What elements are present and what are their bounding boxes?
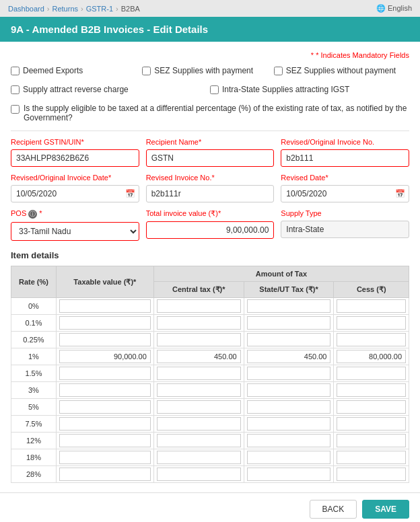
cess-input[interactable] (337, 299, 406, 313)
cess-input[interactable] (337, 468, 406, 481)
state-tax-cell (244, 365, 334, 382)
central-tax-input[interactable] (157, 367, 241, 380)
cess-input[interactable] (337, 316, 406, 330)
central-tax-input[interactable] (157, 316, 241, 330)
taxable-input[interactable] (59, 333, 151, 346)
taxable-input[interactable] (59, 350, 151, 363)
revised-date-input[interactable] (281, 185, 409, 202)
recipient-name-input[interactable] (146, 149, 275, 167)
taxable-value-cell (56, 315, 153, 332)
rate-cell: 1.5% (11, 365, 57, 382)
pos-select[interactable]: 33-Tamil Nadu (11, 222, 139, 241)
state-tax-input[interactable] (247, 333, 331, 346)
state-tax-input[interactable] (247, 400, 331, 414)
cess-cell (334, 348, 409, 365)
cess-input[interactable] (337, 451, 406, 464)
form-row2: Revised/Original Invoice Date* 📅 Revised… (11, 174, 409, 202)
sez-with-payment-checkbox[interactable] (142, 67, 151, 75)
taxable-value-cell (56, 449, 153, 466)
taxable-input[interactable] (59, 316, 151, 330)
calendar-icon2[interactable]: 📅 (395, 189, 405, 198)
checkboxes-row2: Supply attract reverse charge Intra-Stat… (11, 85, 409, 100)
state-tax-cell (244, 315, 334, 332)
breadcrumb-dashboard[interactable]: Dashboard (8, 5, 44, 13)
state-tax-cell (244, 449, 334, 466)
central-tax-input[interactable] (157, 417, 241, 431)
breadcrumb-gstr1[interactable]: GSTR-1 (86, 5, 113, 13)
cess-input[interactable] (337, 400, 406, 414)
cess-cell (334, 399, 409, 416)
state-tax-cell (244, 466, 334, 483)
central-tax-input[interactable] (157, 383, 241, 397)
pos-field: POS ⓘ * 33-Tamil Nadu (11, 209, 139, 241)
state-tax-input[interactable] (247, 383, 331, 397)
calendar-icon[interactable]: 📅 (125, 189, 135, 198)
total-invoice-field: Total invoice value (₹)* (146, 209, 275, 241)
cess-input[interactable] (337, 350, 406, 363)
table-row: 0% (11, 298, 409, 315)
state-tax-input[interactable] (247, 299, 331, 313)
taxable-input[interactable] (59, 468, 151, 481)
central-tax-input[interactable] (157, 451, 241, 464)
mandatory-note: * * Indicates Mandatory Fields (11, 51, 409, 59)
breadcrumb-returns[interactable]: Returns (53, 5, 79, 13)
central-tax-input[interactable] (157, 350, 241, 363)
cess-input[interactable] (337, 383, 406, 397)
back-button[interactable]: BACK (310, 500, 357, 519)
central-tax-cell (153, 416, 244, 433)
central-tax-input[interactable] (157, 400, 241, 414)
taxable-input[interactable] (59, 299, 151, 313)
cess-input[interactable] (337, 367, 406, 380)
save-button[interactable]: SAVE (362, 500, 409, 519)
revised-invoice-no2-field: Revised Invoice No.* (146, 174, 275, 202)
state-tax-cell (244, 382, 334, 399)
differential-checkbox[interactable] (11, 105, 20, 114)
cess-input[interactable] (337, 417, 406, 431)
checkboxes-row1: Deemed Exports SEZ Supplies with payment… (11, 66, 409, 81)
state-tax-input[interactable] (247, 417, 331, 431)
revised-invoice-no2-label: Revised Invoice No.* (146, 174, 275, 182)
deemed-exports-checkbox[interactable] (11, 67, 20, 75)
taxable-input[interactable] (59, 417, 151, 431)
state-tax-input[interactable] (247, 316, 331, 330)
sez-without-payment-checkbox[interactable] (274, 67, 283, 75)
central-tax-input[interactable] (157, 434, 241, 447)
state-tax-input[interactable] (247, 468, 331, 481)
taxable-input[interactable] (59, 451, 151, 464)
taxable-input[interactable] (59, 400, 151, 414)
recipient-gstin-field: Recipient GSTIN/UIN* (11, 138, 139, 167)
rate-cell: 3% (11, 382, 57, 399)
taxable-value-cell (56, 416, 153, 433)
state-tax-input[interactable] (247, 367, 331, 380)
state-tax-input[interactable] (247, 434, 331, 447)
revised-invoice-no-input[interactable] (281, 149, 409, 167)
central-tax-input[interactable] (157, 299, 241, 313)
recipient-gstin-input[interactable] (11, 149, 139, 167)
item-details-title: Item details (11, 250, 409, 260)
recipient-name-field: Recipient Name* (146, 138, 275, 167)
central-tax-input[interactable] (157, 333, 241, 346)
central-tax-cell (153, 348, 244, 365)
reverse-charge-checkbox[interactable] (11, 85, 20, 94)
taxable-input[interactable] (59, 434, 151, 447)
central-tax-input[interactable] (157, 468, 241, 481)
total-invoice-input[interactable] (146, 221, 275, 239)
cess-cell (334, 298, 409, 315)
state-tax-cell (244, 433, 334, 449)
footer: BACK SAVE (0, 492, 420, 522)
table-row: 12% (11, 433, 409, 449)
recipient-name-label: Recipient Name* (146, 138, 275, 146)
cess-input[interactable] (337, 434, 406, 447)
revised-invoice-no2-input[interactable] (146, 185, 275, 202)
taxable-input[interactable] (59, 383, 151, 397)
revised-invoice-date-input[interactable] (11, 185, 139, 202)
state-tax-input[interactable] (247, 451, 331, 464)
sez-with-payment-cb: SEZ Supplies with payment (142, 66, 273, 75)
intra-state-cb: Intra-State Supplies attracting IGST (210, 85, 409, 94)
state-tax-input[interactable] (247, 350, 331, 363)
cess-input[interactable] (337, 333, 406, 346)
taxable-value-cell (56, 466, 153, 483)
intra-state-checkbox[interactable] (210, 85, 219, 94)
taxable-input[interactable] (59, 367, 151, 380)
pos-info-icon[interactable]: ⓘ (28, 210, 37, 219)
